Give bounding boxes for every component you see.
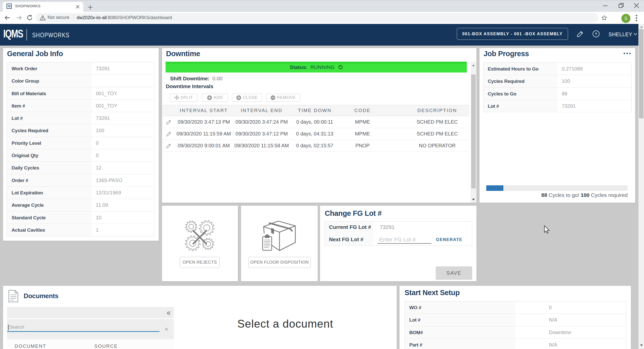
svg-text:?: ? (595, 32, 597, 36)
